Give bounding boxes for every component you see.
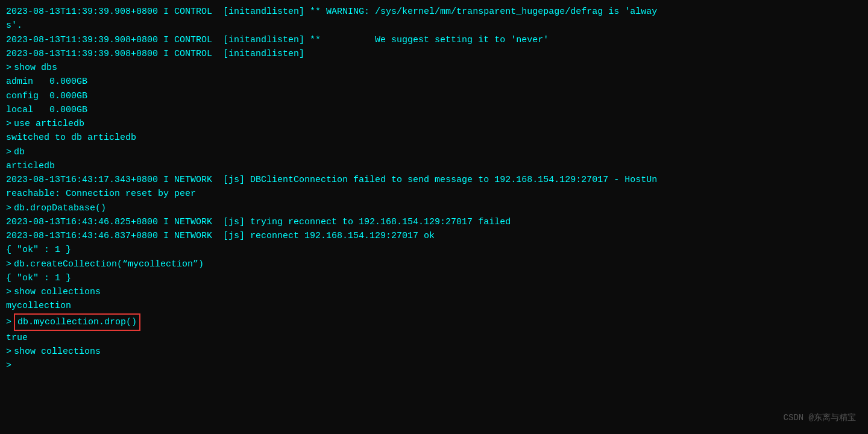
prompt-symbol-2: > — [6, 117, 11, 131]
prompt-symbol-6: > — [6, 285, 11, 299]
prompt-line-empty: > — [6, 359, 862, 373]
log-line-3: 2023-08-13T11:39:39.908+0800 I CONTROL [… — [6, 33, 862, 47]
cmd-db: db — [14, 145, 25, 159]
cmd-create-collection: db.createCollection(“mycollection”) — [14, 257, 204, 271]
output-admin: admin 0.000GB — [6, 75, 862, 89]
log-line-1: 2023-08-13T11:39:39.908+0800 I CONTROL [… — [6, 5, 862, 19]
cmd-show-dbs: show dbs — [14, 61, 57, 75]
output-true: true — [6, 331, 862, 345]
log-line-reconnect-1: 2023-08-13T16:43:46.825+0800 I NETWORK [… — [6, 215, 862, 229]
cmd-drop-collection: db.mycollection.drop() — [14, 313, 140, 331]
output-ok-1: { "ok" : 1 } — [6, 243, 862, 257]
output-mycollection: mycollection — [6, 299, 862, 313]
prompt-symbol-5: > — [6, 257, 11, 271]
prompt-symbol-9: > — [6, 359, 11, 373]
prompt-symbol-4: > — [6, 201, 11, 215]
cmd-drop-database: db.dropDatabase() — [14, 201, 106, 215]
prompt-symbol-3: > — [6, 145, 11, 159]
log-line-2: s'. — [6, 19, 862, 33]
output-local: local 0.000GB — [6, 103, 862, 117]
output-switched: switched to db articledb — [6, 131, 862, 145]
terminal-window: 2023-08-13T11:39:39.908+0800 I CONTROL [… — [0, 0, 868, 434]
prompt-line-show-dbs: > show dbs — [6, 61, 862, 75]
log-line-network-2: reachable: Connection reset by peer — [6, 187, 862, 201]
cmd-show-collections-2: show collections — [14, 345, 101, 359]
prompt-line-drop-db: > db.dropDatabase() — [6, 201, 862, 215]
prompt-line-drop-collection: > db.mycollection.drop() — [6, 313, 862, 331]
log-line-network-1: 2023-08-13T16:43:17.343+0800 I NETWORK [… — [6, 173, 862, 187]
cmd-use-articledb: use articledb — [14, 117, 84, 131]
prompt-line-show-collections-1: > show collections — [6, 285, 862, 299]
log-line-4: 2023-08-13T11:39:39.908+0800 I CONTROL [… — [6, 47, 862, 61]
prompt-line-db: > db — [6, 145, 862, 159]
prompt-symbol-8: > — [6, 345, 11, 359]
prompt-line-create-collection: > db.createCollection(“mycollection”) — [6, 257, 862, 271]
cmd-show-collections-1: show collections — [14, 285, 101, 299]
watermark: CSDN @东离与精宝 — [784, 412, 856, 423]
output-ok-2: { "ok" : 1 } — [6, 271, 862, 285]
prompt-line-show-collections-2: > show collections — [6, 345, 862, 359]
prompt-line-use-articledb: > use articledb — [6, 117, 862, 131]
prompt-symbol-7: > — [6, 315, 11, 329]
output-articledb: articledb — [6, 159, 862, 173]
log-line-reconnect-2: 2023-08-13T16:43:46.837+0800 I NETWORK [… — [6, 229, 862, 243]
prompt-symbol: > — [6, 61, 11, 75]
output-config: config 0.000GB — [6, 89, 862, 103]
